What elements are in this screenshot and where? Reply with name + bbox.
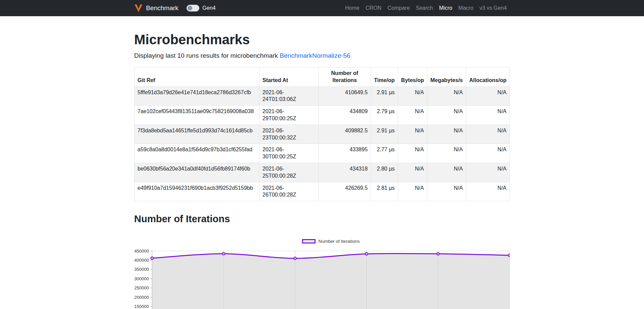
cell-allocations-op: N/A bbox=[466, 182, 510, 201]
area-fill bbox=[152, 254, 510, 309]
cell-git-ref: 7ae102cef05443f813511ae09c7582169008a038 bbox=[134, 106, 259, 125]
cell-megabytes-s: N/A bbox=[427, 106, 466, 125]
table-row: be0630bf56a20e341a0df40fd1d56fb89174f60b… bbox=[134, 163, 510, 182]
cell-started-at: 2021-06-29T00:00:25Z bbox=[259, 106, 318, 125]
table-header-row: Git RefStarted AtNumber of IterationsTim… bbox=[134, 68, 510, 87]
cell-started-at: 2021-06-25T00:00:28Z bbox=[259, 163, 318, 182]
brand-title: Benchmark bbox=[146, 4, 178, 12]
iterations-chart-svg: 0500001000001500002000002500003000003500… bbox=[134, 247, 510, 309]
nav-link-micro[interactable]: Micro bbox=[436, 4, 455, 12]
cell-started-at: 2021-06-26T00:00:28Z bbox=[259, 182, 318, 201]
y-tick-label: 200000 bbox=[134, 295, 149, 300]
results-table: Git RefStarted AtNumber of IterationsTim… bbox=[134, 67, 510, 201]
nav-link-home[interactable]: Home bbox=[342, 4, 363, 12]
nav-item: Home bbox=[342, 4, 363, 12]
gen4-toggle[interactable] bbox=[187, 5, 199, 11]
col-header-time-op: Time/op bbox=[371, 68, 398, 87]
data-point-marker bbox=[151, 257, 153, 260]
cell-bytes-op: N/A bbox=[398, 163, 427, 182]
page-title: Microbenchmarks bbox=[134, 31, 510, 48]
data-point-marker bbox=[437, 253, 439, 255]
nav-links: HomeCRONCompareSearchMicroMacrov3 vs Gen… bbox=[342, 4, 510, 12]
nav-item: Search bbox=[413, 4, 436, 12]
table-row: e49f910a7d15946231f690b1acb3f9252d5159bb… bbox=[134, 182, 510, 201]
data-point-marker bbox=[294, 257, 296, 260]
cell-started-at: 2021-06-24T01:03:06Z bbox=[259, 86, 318, 106]
legend-swatch-icon bbox=[302, 239, 316, 243]
data-point-marker bbox=[365, 253, 368, 255]
cell-bytes-op: N/A bbox=[398, 144, 427, 163]
cell-time-op: 2.79 µs bbox=[371, 106, 398, 125]
brand-link[interactable]: Benchmark bbox=[134, 4, 178, 12]
chart-section-title: Number of Iterations bbox=[134, 213, 510, 225]
cell-time-op: 2.91 µs bbox=[371, 86, 398, 106]
cell-started-at: 2021-06-30T00:00:25Z bbox=[259, 144, 318, 163]
col-header-allocations-op: Allocations/op bbox=[466, 68, 510, 87]
y-tick-label: 250000 bbox=[134, 285, 149, 290]
cell-iterations: 434318 bbox=[319, 163, 371, 182]
cell-allocations-op: N/A bbox=[466, 106, 510, 125]
y-tick-label: 150000 bbox=[134, 304, 149, 309]
cell-bytes-op: N/A bbox=[398, 106, 427, 125]
cell-git-ref: 7f3da8ebd5aa14651ffe5d1d993d74c1614d85cb bbox=[134, 125, 259, 144]
cell-megabytes-s: N/A bbox=[427, 144, 466, 163]
cell-time-op: 2.77 µs bbox=[371, 144, 398, 163]
cell-bytes-op: N/A bbox=[398, 86, 427, 106]
chart-legend: Number of Iterations bbox=[134, 239, 510, 245]
nav-link-v3-vs-gen4[interactable]: v3 vs Gen4 bbox=[476, 4, 510, 12]
table-row: 5fffe91d3a79d26e41e741d18eca2786d3267cfb… bbox=[134, 86, 510, 106]
cell-megabytes-s: N/A bbox=[427, 182, 466, 201]
table-row: 7f3da8ebd5aa14651ffe5d1d993d74c1614d85cb… bbox=[134, 125, 510, 144]
cell-iterations: 434809 bbox=[319, 106, 371, 125]
nav-item: Micro bbox=[436, 4, 455, 12]
y-tick-label: 400000 bbox=[134, 258, 149, 263]
cell-megabytes-s: N/A bbox=[427, 86, 466, 106]
cell-allocations-op: N/A bbox=[466, 163, 510, 182]
data-point-marker bbox=[508, 254, 510, 257]
cell-megabytes-s: N/A bbox=[427, 163, 466, 182]
cell-iterations: 410649.5 bbox=[319, 86, 371, 106]
legend-label: Number of Iterations bbox=[318, 239, 360, 244]
nav-link-macro[interactable]: Macro bbox=[455, 4, 476, 12]
nav-link-cron[interactable]: CRON bbox=[363, 4, 385, 12]
subtitle: Displaying last 10 runs results for micr… bbox=[134, 52, 510, 59]
y-tick-label: 350000 bbox=[134, 267, 149, 272]
col-header-iterations: Number of Iterations bbox=[319, 68, 371, 87]
legend-item-iterations[interactable]: Number of Iterations bbox=[302, 239, 360, 244]
cell-git-ref: be0630bf56a20e341a0df40fd1d56fb89174f60b bbox=[134, 163, 259, 182]
cell-allocations-op: N/A bbox=[466, 144, 510, 163]
toggle-knob bbox=[188, 6, 192, 10]
nav-item: Macro bbox=[455, 4, 476, 12]
col-header-bytes-op: Bytes/op bbox=[398, 68, 427, 87]
cell-git-ref: a59c8a0a8d0014e8a1f564d9c97b3d1cf6255fad bbox=[134, 144, 259, 163]
main-content: Microbenchmarks Displaying last 10 runs … bbox=[134, 31, 510, 309]
cell-iterations: 426269.5 bbox=[319, 182, 371, 201]
cell-bytes-op: N/A bbox=[398, 125, 427, 144]
nav-link-search[interactable]: Search bbox=[413, 4, 436, 12]
cell-iterations: 433895 bbox=[319, 144, 371, 163]
cell-allocations-op: N/A bbox=[466, 86, 510, 106]
nav-item: v3 vs Gen4 bbox=[476, 4, 510, 12]
iterations-chart: 0500001000001500002000002500003000003500… bbox=[134, 247, 510, 309]
subtitle-text: Displaying last 10 runs results for micr… bbox=[134, 52, 280, 59]
col-header-started-at: Started At bbox=[259, 68, 318, 87]
cell-iterations: 409882.5 bbox=[319, 125, 371, 144]
y-tick-label: 300000 bbox=[134, 276, 149, 281]
top-navbar: Benchmark Gen4 HomeCRONCompareSearchMicr… bbox=[0, 0, 644, 16]
col-header-megabytes-s: Megabytes/s bbox=[427, 68, 466, 87]
benchmark-link[interactable]: BenchmarkNormalize-56 bbox=[280, 52, 350, 59]
cell-time-op: 2.91 µs bbox=[371, 125, 398, 144]
cell-bytes-op: N/A bbox=[398, 182, 427, 201]
data-point-marker bbox=[222, 252, 225, 255]
nav-item: CRON bbox=[363, 4, 385, 12]
cell-time-op: 2.80 µs bbox=[371, 163, 398, 182]
table-row: 7ae102cef05443f813511ae09c7582169008a038… bbox=[134, 106, 510, 125]
col-header-git-ref: Git Ref bbox=[134, 68, 259, 87]
cell-git-ref: 5fffe91d3a79d26e41e741d18eca2786d3267cfb bbox=[134, 86, 259, 106]
cell-megabytes-s: N/A bbox=[427, 125, 466, 144]
gen4-toggle-label: Gen4 bbox=[202, 5, 216, 11]
y-tick-label: 450000 bbox=[134, 249, 149, 254]
table-row: a59c8a0a8d0014e8a1f564d9c97b3d1cf6255fad… bbox=[134, 144, 510, 163]
nav-link-compare[interactable]: Compare bbox=[385, 4, 413, 12]
cell-allocations-op: N/A bbox=[466, 125, 510, 144]
